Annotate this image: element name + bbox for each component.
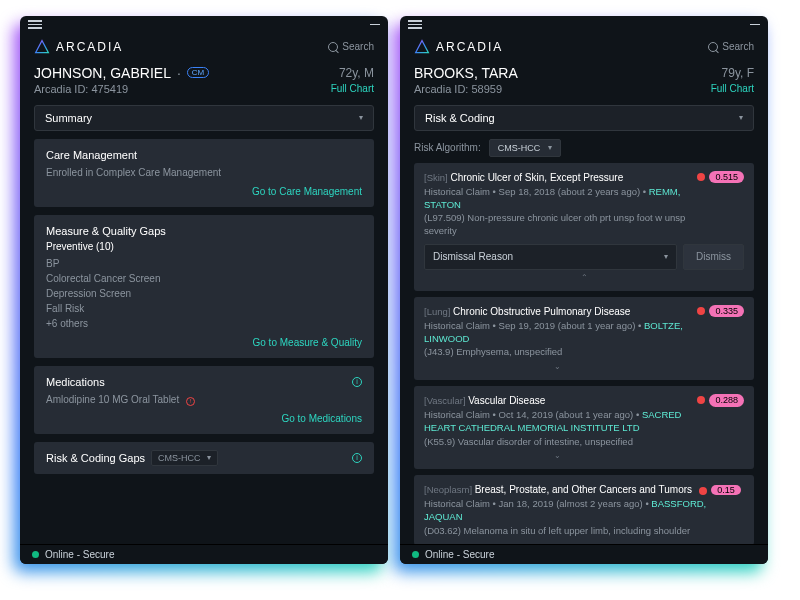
chevron-down-icon: ▾ [739, 113, 743, 122]
full-chart-link[interactable]: Full Chart [711, 83, 754, 94]
minimize-icon[interactable] [370, 24, 380, 26]
care-management-card: Care Management Enrolled in Complex Care… [34, 139, 374, 207]
section-select[interactable]: Risk & Coding ▾ [414, 105, 754, 131]
risk-score-badge: 0.335 [709, 305, 744, 318]
risk-algo-select[interactable]: CMS-HCC ▾ [489, 139, 562, 157]
risk-algo-label: Risk Algorithm: [414, 142, 481, 153]
search-button[interactable]: Search [708, 41, 754, 52]
status-dot-icon [32, 551, 39, 558]
logo-icon [34, 39, 50, 55]
patient-age-sex: 72y, M [339, 66, 374, 80]
medications-card: Medications i Amlodipine 10 MG Oral Tabl… [34, 366, 374, 434]
chevron-down-icon: ▾ [359, 113, 363, 122]
alert-dot-icon [697, 307, 705, 315]
menu-icon[interactable] [408, 20, 422, 29]
status-bar: Online - Secure [400, 544, 768, 564]
status-dot-icon [412, 551, 419, 558]
full-chart-link[interactable]: Full Chart [331, 83, 374, 94]
expand-icon[interactable]: ⌄ [424, 361, 691, 372]
risk-score-badge: 0.15 [711, 485, 741, 495]
info-icon[interactable]: i [352, 453, 362, 463]
risk-item: [Skin] Chronic Ulcer of Skin, Except Pre… [414, 163, 754, 291]
brand-logo: ARCADIA [414, 39, 503, 55]
logo-icon [414, 39, 430, 55]
patient-name: JOHNSON, GABRIEL · CM [34, 65, 209, 81]
menu-icon[interactable] [28, 20, 42, 29]
info-icon[interactable]: i [352, 377, 362, 387]
alert-dot-icon [697, 396, 705, 404]
risk-score-badge: 0.515 [709, 171, 744, 184]
patient-age-sex: 79y, F [722, 66, 754, 80]
status-bar: Online - Secure [20, 544, 388, 564]
go-to-quality-link[interactable]: Go to Measure & Quality [46, 337, 362, 348]
brand-text: ARCADIA [56, 40, 123, 54]
quality-gaps-card: Measure & Quality Gaps Preventive (10) B… [34, 215, 374, 358]
dismiss-button[interactable]: Dismiss [683, 244, 744, 270]
algorithm-select[interactable]: CMS-HCC ▾ [151, 450, 218, 466]
expand-icon[interactable]: ⌄ [424, 450, 691, 461]
minimize-icon[interactable] [750, 24, 760, 26]
alert-dot-icon [699, 487, 707, 495]
alert-dot-icon [697, 173, 705, 181]
dismissal-reason-select[interactable]: Dismissal Reason ▾ [424, 244, 677, 270]
search-icon [708, 42, 718, 52]
collapse-icon[interactable]: ⌃ [424, 272, 744, 283]
app-window-left: ARCADIA Search JOHNSON, GABRIEL · CM 72y… [20, 16, 388, 564]
search-icon [328, 42, 338, 52]
section-select[interactable]: Summary ▾ [34, 105, 374, 131]
arcadia-id: Arcadia ID: 58959 [414, 83, 502, 95]
svg-marker-1 [416, 40, 429, 52]
warning-icon: ! [186, 397, 195, 406]
search-button[interactable]: Search [328, 41, 374, 52]
risk-item[interactable]: [Neoplasm] Breast, Prostate, and Other C… [414, 475, 754, 544]
brand-logo: ARCADIA [34, 39, 123, 55]
svg-marker-0 [36, 40, 49, 52]
cm-badge: CM [187, 67, 209, 78]
risk-item[interactable]: [Lung] Chronic Obstructive Pulmonary Dis… [414, 297, 754, 380]
risk-coding-row: Risk & Coding Gaps CMS-HCC ▾ i [34, 442, 374, 474]
arcadia-id: Arcadia ID: 475419 [34, 83, 128, 95]
go-to-care-link[interactable]: Go to Care Management [46, 186, 362, 197]
brand-text: ARCADIA [436, 40, 503, 54]
go-to-meds-link[interactable]: Go to Medications [46, 413, 362, 424]
risk-item[interactable]: [Vascular] Vascular Disease Historical C… [414, 386, 754, 469]
app-window-right: ARCADIA Search BROOKS, TARA 79y, F Arcad… [400, 16, 768, 564]
patient-name: BROOKS, TARA [414, 65, 518, 81]
risk-score-badge: 0.288 [709, 394, 744, 407]
